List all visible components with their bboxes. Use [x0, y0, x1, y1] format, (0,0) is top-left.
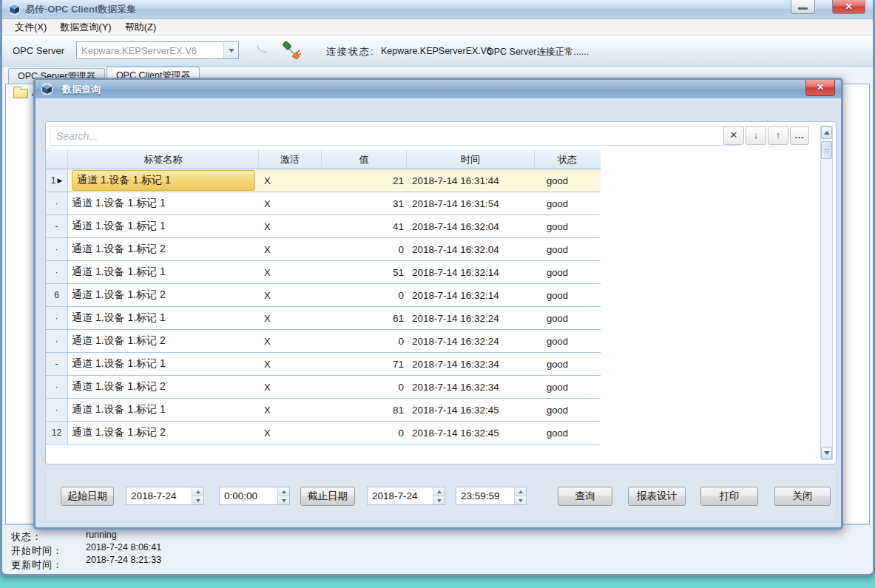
column-header-value[interactable]: 值	[322, 150, 407, 169]
spinner-up-button[interactable]	[433, 487, 445, 496]
move-up-button[interactable]: ↑	[768, 126, 788, 145]
start-time-spinner	[277, 487, 289, 504]
report-design-button[interactable]: 报表设计	[628, 487, 686, 506]
value-cell: 21	[322, 175, 407, 186]
close-window-button[interactable]: ✕	[832, 0, 865, 14]
spinner-up-icon	[196, 490, 200, 493]
active-cell: X	[259, 221, 322, 232]
tag-name-cell: 通道 1.设备 1.标记 1	[68, 266, 259, 279]
value-cell: 0	[322, 428, 407, 439]
spinner-up-button[interactable]	[278, 487, 289, 496]
table-row[interactable]: ·通道 1.设备 1.标记 2X02018-7-14 16:32:04good	[46, 238, 601, 261]
opc-server-label: OPC Server	[13, 45, 64, 56]
spinner-down-button[interactable]	[278, 496, 289, 504]
table-row[interactable]: ·通道 1.设备 1.标记 2X02018-7-14 16:32:34good	[46, 376, 601, 399]
opc-server-select-value: Kepware.KEPServerEX.V6	[77, 45, 223, 56]
menu-help[interactable]: 帮助(Z)	[118, 19, 163, 36]
status-bar: 状态： running 开始时间： 2018-7-24 8:06:41 更新时间…	[2, 524, 873, 572]
column-header-time[interactable]: 时间	[407, 150, 535, 169]
close-dialog-button[interactable]: 关闭	[774, 487, 831, 506]
spinner-down-icon	[282, 499, 286, 502]
status-cell: good	[535, 428, 600, 439]
status-cell: good	[535, 313, 600, 324]
spinner-down-button[interactable]	[433, 496, 445, 504]
dialog-title: 数据查询	[62, 83, 101, 96]
table-row[interactable]: 6通道 1.设备 1.标记 2X02018-7-14 16:32:14good	[46, 284, 601, 307]
status-cell: good	[535, 405, 600, 416]
column-header-rownum	[46, 150, 68, 169]
status-cell: good	[535, 290, 600, 301]
search-input[interactable]	[50, 126, 741, 146]
column-header-active[interactable]: 激活	[259, 150, 322, 169]
table-row[interactable]: ·通道 1.设备 1.标记 1X512018-7-14 16:32:14good	[46, 261, 601, 284]
table-row[interactable]: -通道 1.设备 1.标记 1X412018-7-14 16:32:04good	[46, 215, 601, 238]
app-logo-icon	[8, 3, 21, 16]
spinner-up-button[interactable]	[515, 487, 526, 496]
spinner-down-button[interactable]	[515, 496, 526, 504]
end-date-button[interactable]: 截止日期	[300, 487, 355, 506]
table-row[interactable]: -通道 1.设备 1.标记 1X712018-7-14 16:32:34good	[46, 353, 601, 376]
query-button[interactable]: 查询	[558, 487, 612, 506]
connect-icon[interactable]	[282, 41, 301, 61]
opc-server-select[interactable]: Kepware.KEPServerEX.V6	[76, 41, 239, 59]
spinner-up-icon	[282, 490, 286, 493]
value-cell: 0	[322, 336, 407, 347]
column-header-tag-name[interactable]: 标签名称	[68, 150, 259, 169]
table-row[interactable]: ·通道 1.设备 1.标记 1X312018-7-14 16:31:54good	[46, 192, 601, 215]
end-time-field[interactable]: 23:59:59	[456, 487, 527, 505]
vertical-scrollbar[interactable]	[820, 126, 833, 460]
dialog-close-icon: ✕	[817, 82, 824, 92]
tag-name-text: 通道 1.设备 1.标记 2	[72, 334, 166, 346]
tag-name-cell: 通道 1.设备 1.标记 2	[68, 380, 259, 393]
tag-name-cell: 通道 1.设备 1.标记 2	[68, 426, 259, 439]
tag-name-text: 通道 1.设备 1.标记 2	[72, 288, 166, 300]
table-row[interactable]: ·通道 1.设备 1.标记 2X02018-7-14 16:32:24good	[46, 330, 601, 353]
time-cell: 2018-7-14 16:32:45	[407, 428, 535, 439]
server-toolbar: OPC Server Kepware.KEPServerEX.V6 连接状态: …	[2, 36, 873, 67]
minimize-button[interactable]	[791, 0, 815, 14]
tag-name-text: 通道 1.设备 1.标记 2	[72, 243, 166, 254]
move-down-button[interactable]: ↓	[746, 126, 766, 145]
active-cell: X	[259, 428, 322, 439]
start-time-field[interactable]: 0:00:00	[219, 487, 290, 505]
scroll-down-button[interactable]	[821, 447, 832, 459]
start-date-spinner	[192, 487, 203, 504]
end-time-value: 23:59:59	[456, 487, 514, 504]
start-date-value: 2018-7-24	[126, 487, 192, 504]
scroll-up-button[interactable]	[821, 126, 832, 139]
start-date-field[interactable]: 2018-7-24	[126, 487, 204, 505]
menu-data-query[interactable]: 数据查询(Y)	[53, 19, 118, 36]
table-row[interactable]: ·通道 1.设备 1.标记 1X812018-7-14 16:32:45good	[46, 399, 601, 422]
more-icon: …	[794, 129, 805, 141]
active-cell: X	[259, 290, 322, 301]
more-button[interactable]: …	[790, 126, 809, 145]
scrollbar-thumb[interactable]	[821, 141, 832, 159]
table-row[interactable]: 12通道 1.设备 1.标记 2X02018-7-14 16:32:45good	[46, 422, 601, 445]
dialog-titlebar: 数据查询 ✕	[36, 80, 841, 98]
row-number-cell: 1▶	[46, 169, 68, 192]
spinner-down-button[interactable]	[192, 496, 203, 504]
dialog-close-button[interactable]: ✕	[805, 80, 835, 96]
row-number-cell: 12	[46, 422, 68, 444]
print-button[interactable]: 打印	[700, 487, 758, 506]
status-cell: good	[535, 267, 600, 278]
menu-file[interactable]: 文件(X)	[8, 19, 53, 36]
window-title: 易传-OPC Client数据采集	[25, 3, 136, 16]
active-cell: X	[259, 405, 322, 416]
start-time-value: 2018-7-24 8:06:41	[86, 542, 161, 552]
end-date-field[interactable]: 2018-7-24	[367, 487, 445, 505]
start-date-button[interactable]: 起始日期	[61, 487, 114, 506]
tag-name-cell: 通道 1.设备 1.标记 2	[68, 334, 259, 348]
tag-name-text: 通道 1.设备 1.标记 1	[72, 403, 166, 415]
time-cell: 2018-7-14 16:32:24	[407, 336, 535, 347]
start-time-value: 0:00:00	[220, 487, 277, 504]
table-row[interactable]: ·通道 1.设备 1.标记 1X612018-7-14 16:32:24good	[46, 307, 601, 330]
tag-name-text: 通道 1.设备 1.标记 1	[72, 357, 166, 369]
row-number-cell: 6	[46, 284, 68, 306]
main-titlebar: 易传-OPC Client数据采集 ✕	[2, 0, 873, 19]
table-row[interactable]: 1▶通道 1.设备 1.标记 1X212018-7-14 16:31:44goo…	[46, 169, 601, 192]
clear-button[interactable]: ✕	[723, 126, 744, 145]
row-number-cell: ·	[46, 238, 68, 260]
column-header-status[interactable]: 状态	[535, 150, 600, 169]
spinner-up-button[interactable]	[192, 487, 203, 496]
